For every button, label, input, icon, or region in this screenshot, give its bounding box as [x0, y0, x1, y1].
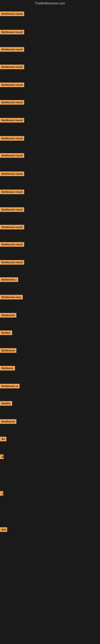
bottleneck-item-1[interactable]: Bottleneck result: [0, 12, 24, 17]
bottleneck-item-7[interactable]: Bottleneck result: [0, 118, 24, 123]
bottleneck-badge-9[interactable]: Bottleneck result: [0, 153, 24, 158]
bottleneck-badge-19[interactable]: Bottlen: [0, 330, 12, 335]
bottleneck-item-3[interactable]: Bottleneck result: [0, 47, 24, 52]
bottleneck-item-20[interactable]: Bottleneck: [0, 348, 16, 354]
bottleneck-badge-4[interactable]: Bottleneck result: [0, 64, 24, 69]
bottleneck-badge-18[interactable]: Bottleneck: [0, 313, 16, 318]
bottleneck-badge-13[interactable]: Bottleneck result: [0, 225, 24, 230]
bottleneck-badge-1[interactable]: Bottleneck result: [0, 12, 24, 16]
bottleneck-item-9[interactable]: Bottleneck result: [0, 153, 24, 158]
bottleneck-item-11[interactable]: Bottleneck result: [0, 190, 24, 195]
bottleneck-item-24[interactable]: Bottleneck: [0, 419, 16, 425]
bottleneck-item-8[interactable]: Bottleneck result: [0, 136, 24, 142]
bottleneck-item-28[interactable]: Bot: [0, 527, 7, 533]
bottleneck-badge-16[interactable]: Bottleneck r: [0, 277, 18, 282]
bottleneck-badge-6[interactable]: Bottleneck result: [0, 100, 24, 105]
bottleneck-item-26[interactable]: B: [0, 454, 3, 460]
bottleneck-item-16[interactable]: Bottleneck r: [0, 277, 18, 283]
bottleneck-item-13[interactable]: Bottleneck result: [0, 225, 24, 230]
bottleneck-item-18[interactable]: Bottleneck: [0, 313, 16, 318]
bottleneck-badge-17[interactable]: Bottleneck resu: [0, 295, 23, 300]
bottleneck-item-25[interactable]: Bo: [0, 437, 6, 442]
bottleneck-item-6[interactable]: Bottleneck result: [0, 100, 24, 106]
bottleneck-item-4[interactable]: Bottleneck result: [0, 64, 24, 70]
bottleneck-badge-25[interactable]: Bo: [0, 437, 6, 441]
bottleneck-item-14[interactable]: Bottleneck result: [0, 242, 24, 248]
bottleneck-badge-26[interactable]: B: [0, 454, 3, 459]
bottleneck-badge-28[interactable]: Bot: [0, 527, 7, 532]
bottleneck-badge-12[interactable]: Bottleneck result: [0, 207, 24, 212]
bottleneck-badge-3[interactable]: Bottleneck result: [0, 47, 24, 52]
bottleneck-badge-21[interactable]: Bottlenec: [0, 366, 15, 370]
bottleneck-item-2[interactable]: Bottleneck result: [0, 30, 24, 35]
bottleneck-badge-22[interactable]: Bottleneck re: [0, 384, 20, 388]
bottleneck-item-22[interactable]: Bottleneck re: [0, 384, 20, 389]
bottleneck-badge-7[interactable]: Bottleneck result: [0, 118, 24, 122]
bottleneck-item-19[interactable]: Bottlen: [0, 330, 12, 336]
bottleneck-badge-24[interactable]: Bottleneck: [0, 419, 16, 424]
bottleneck-badge-8[interactable]: Bottleneck result: [0, 136, 24, 141]
bottleneck-item-5[interactable]: Bottleneck result: [0, 82, 24, 88]
bottleneck-item-15[interactable]: Bottleneck result: [0, 260, 24, 266]
bottleneck-badge-23[interactable]: Bottlen: [0, 401, 12, 406]
bottleneck-item-27[interactable]: |: [0, 491, 3, 496]
bottleneck-item-17[interactable]: Bottleneck resu: [0, 295, 23, 300]
bottleneck-item-21[interactable]: Bottlenec: [0, 366, 15, 371]
bottleneck-item-10[interactable]: Bottleneck result: [0, 172, 24, 177]
bottleneck-badge-10[interactable]: Bottleneck result: [0, 172, 24, 176]
bottleneck-badge-2[interactable]: Bottleneck result: [0, 30, 24, 34]
bottleneck-badge-5[interactable]: Bottleneck result: [0, 82, 24, 87]
bottleneck-badge-11[interactable]: Bottleneck result: [0, 190, 24, 194]
bottleneck-badge-14[interactable]: Bottleneck result: [0, 242, 24, 247]
bottleneck-item-12[interactable]: Bottleneck result: [0, 207, 24, 213]
bottleneck-badge-20[interactable]: Bottleneck: [0, 348, 16, 353]
site-title: TheBottlenecker.com: [0, 0, 100, 7]
bottleneck-badge-27[interactable]: |: [0, 491, 3, 496]
bottleneck-badge-15[interactable]: Bottleneck result: [0, 260, 24, 265]
bottleneck-item-23[interactable]: Bottlen: [0, 401, 12, 406]
